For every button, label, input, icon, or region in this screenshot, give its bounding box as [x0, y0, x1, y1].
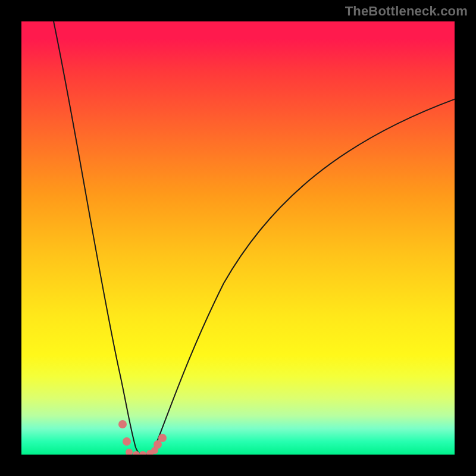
data-point — [123, 437, 131, 446]
chart-frame: TheBottleneck.com — [0, 0, 476, 476]
bottleneck-curve-left — [52, 21, 143, 455]
data-point — [126, 449, 133, 455]
watermark-text: TheBottleneck.com — [345, 4, 468, 19]
curve-svg — [21, 21, 455, 455]
data-point — [158, 434, 167, 442]
data-point — [139, 451, 146, 455]
bottleneck-curve-right — [143, 99, 455, 455]
plot-area — [21, 21, 455, 455]
data-point — [118, 420, 127, 428]
data-point — [133, 451, 140, 455]
